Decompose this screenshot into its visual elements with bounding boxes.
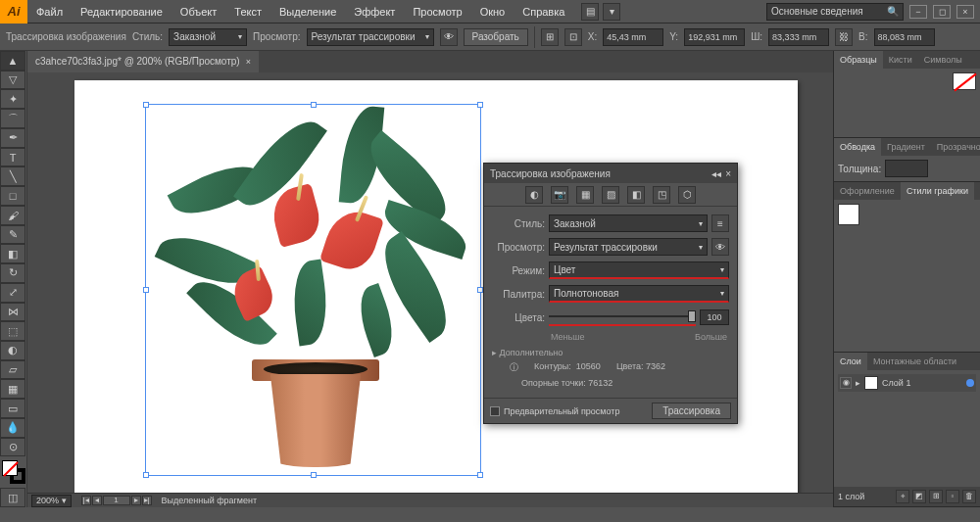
direct-select-tool[interactable]: ▽ (0, 71, 25, 90)
trace-button[interactable]: Трассировка (652, 403, 731, 419)
mesh-tool[interactable]: ▦ (0, 379, 25, 399)
align-icon[interactable]: ⊡ (564, 28, 582, 46)
fill-stroke[interactable] (0, 456, 26, 488)
preset-gray-icon[interactable]: ◧ (627, 186, 645, 204)
selection-bounds[interactable] (145, 104, 481, 476)
expand-layer-icon[interactable]: ▸ (856, 378, 860, 388)
collapse-icon[interactable]: ◂◂ (711, 168, 721, 179)
brush-tool[interactable]: 🖌 (0, 206, 25, 225)
x-input[interactable]: 45,43 mm (603, 28, 663, 46)
tab-artboards[interactable]: Монтажные области (867, 353, 962, 370)
new-layer-icon[interactable]: ▫ (946, 490, 959, 503)
view-eye-icon[interactable]: 👁 (711, 238, 729, 256)
perspective-tool[interactable]: ▱ (0, 360, 25, 380)
pen-tool[interactable]: ✒ (0, 128, 25, 148)
menu-select[interactable]: Выделение (270, 0, 345, 24)
eraser-tool[interactable]: ◧ (0, 244, 25, 263)
locate-icon[interactable]: ⌖ (896, 490, 909, 503)
shape-builder-tool[interactable]: ◐ (0, 341, 25, 360)
artboard-nav[interactable]: |◂◂1▸▸| (81, 496, 152, 505)
preset-outline-icon[interactable]: ⬡ (678, 186, 696, 204)
scale-tool[interactable]: ⤢ (0, 283, 25, 303)
tab-layers[interactable]: Слои (834, 353, 867, 370)
link-wh-icon[interactable]: ⛓ (835, 28, 853, 46)
pencil-tool[interactable]: ✎ (0, 225, 25, 245)
y-input[interactable]: 192,931 mm (684, 28, 745, 46)
style-menu-icon[interactable]: ≡ (711, 214, 729, 232)
eye-icon[interactable]: 👁 (440, 28, 458, 46)
divider (534, 26, 535, 48)
close-icon[interactable]: × (246, 51, 251, 72)
free-transform-tool[interactable]: ⬚ (0, 321, 25, 341)
tab-transparency[interactable]: Прозрачность (931, 138, 980, 156)
opt-style-dropdown[interactable]: Заказной (169, 28, 247, 46)
new-sublayer-icon[interactable]: ⊞ (929, 490, 943, 503)
tab-symbols[interactable]: Символы (918, 51, 968, 69)
colors-value[interactable]: 100 (700, 309, 729, 325)
view-dropdown[interactable]: Результат трассировки (549, 238, 708, 256)
none-swatch[interactable] (953, 72, 976, 90)
menu-help[interactable]: Справка (514, 0, 573, 24)
layer-name[interactable]: Слой 1 (882, 378, 910, 388)
tab-gradient[interactable]: Градиент (881, 138, 931, 156)
tab-brushes[interactable]: Кисти (883, 51, 918, 69)
doc-tab-1[interactable]: c3ahce70c3fa3.jpg* @ 200% (RGB/Просмотр)… (27, 51, 259, 72)
preset-high-icon[interactable]: 📷 (551, 186, 568, 204)
make-clip-icon[interactable]: ◩ (912, 490, 926, 503)
transform-ref-icon[interactable]: ⊞ (541, 28, 559, 46)
panel-close-icon[interactable]: × (725, 168, 731, 179)
layer-visibility-icon[interactable]: ◉ (840, 377, 852, 389)
preset-3color-icon[interactable]: ▨ (602, 186, 619, 204)
style-dropdown[interactable]: Заказной (549, 214, 708, 232)
eyedropper-tool[interactable]: 💧 (0, 418, 25, 438)
opt-view-dropdown[interactable]: Результат трассировки (307, 28, 434, 46)
type-tool[interactable]: T (0, 148, 25, 167)
expand-button[interactable]: Разобрать (464, 28, 528, 46)
advanced-toggle[interactable]: ▸ Дополнительно (492, 348, 729, 357)
arrange-icon[interactable]: ▾ (603, 3, 620, 21)
wand-tool[interactable]: ✦ (0, 89, 25, 109)
menu-view[interactable]: Просмотр (404, 0, 470, 24)
window-min[interactable]: − (909, 5, 927, 19)
line-tool[interactable]: ╲ (0, 166, 25, 186)
default-style[interactable] (838, 204, 859, 225)
delete-layer-icon[interactable]: 🗑 (962, 490, 976, 503)
tab-appearance[interactable]: Оформление (834, 182, 901, 200)
panel-titlebar[interactable]: Трассировка изображения ◂◂× (484, 164, 737, 183)
menu-edit[interactable]: Редактирование (72, 0, 172, 24)
canvas[interactable]: Трассировка изображения ◂◂× ◐ 📷 ▦ ▨ ◧ ◳ … (27, 72, 833, 493)
menu-file[interactable]: Файл (27, 0, 72, 24)
zoom-field[interactable]: 200% ▾ (31, 495, 72, 507)
colors-slider[interactable] (549, 308, 696, 326)
layer-row[interactable]: ◉ ▸ Слой 1 (838, 374, 976, 392)
preset-low-icon[interactable]: ▦ (576, 186, 594, 204)
rect-tool[interactable]: □ (0, 186, 25, 206)
gradient-tool[interactable]: ▭ (0, 399, 25, 418)
menu-object[interactable]: Объект (172, 0, 225, 24)
width-tool[interactable]: ⋈ (0, 303, 25, 322)
palette-dropdown[interactable]: Полнотоновая (549, 285, 729, 303)
screen-mode-tool[interactable]: ◫ (0, 488, 25, 507)
tab-graphic-styles[interactable]: Стили графики (901, 182, 974, 200)
menu-effect[interactable]: Эффект (345, 0, 404, 24)
quick-search[interactable]: Основные сведения🔍 (766, 3, 904, 21)
selection-tool[interactable]: ▲ (0, 51, 25, 71)
preset-auto-icon[interactable]: ◐ (525, 186, 543, 204)
blend-tool[interactable]: ⊙ (0, 438, 25, 457)
h-input[interactable]: 88,083 mm (874, 28, 935, 46)
menu-window[interactable]: Окно (471, 0, 514, 24)
stroke-weight-input[interactable] (885, 160, 928, 177)
gpu-icon[interactable]: ▤ (581, 3, 599, 21)
window-close[interactable]: × (956, 5, 974, 19)
tab-stroke[interactable]: Обводка (834, 138, 881, 156)
preview-checkbox[interactable]: Предварительный просмотр (490, 406, 619, 416)
menu-text[interactable]: Текст (225, 0, 270, 24)
tab-swatches[interactable]: Образцы (834, 51, 883, 69)
layer-target-icon[interactable] (966, 379, 974, 387)
mode-dropdown[interactable]: Цвет (549, 261, 729, 279)
lasso-tool[interactable]: ⌒ (0, 109, 25, 128)
rotate-tool[interactable]: ↻ (0, 263, 25, 283)
preset-bw-icon[interactable]: ◳ (653, 186, 670, 204)
w-input[interactable]: 83,333 mm (768, 28, 829, 46)
window-max[interactable]: ◻ (933, 5, 951, 19)
